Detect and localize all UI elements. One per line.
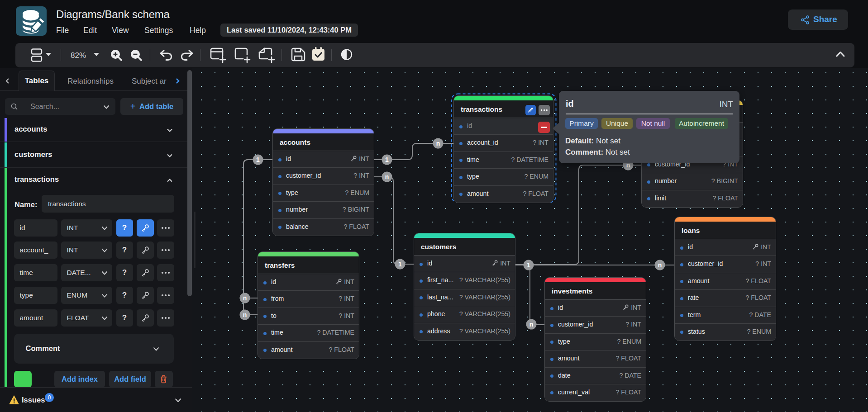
svg-text:n: n (243, 311, 247, 318)
svg-text:1: 1 (527, 261, 530, 269)
svg-text:1: 1 (398, 260, 402, 268)
svg-text:1: 1 (385, 156, 389, 163)
svg-text:n: n (529, 321, 534, 328)
svg-text:n: n (436, 140, 440, 147)
svg-text:1: 1 (256, 156, 260, 163)
svg-text:n: n (385, 173, 389, 180)
svg-text:n: n (243, 294, 247, 302)
svg-text:n: n (658, 261, 662, 269)
